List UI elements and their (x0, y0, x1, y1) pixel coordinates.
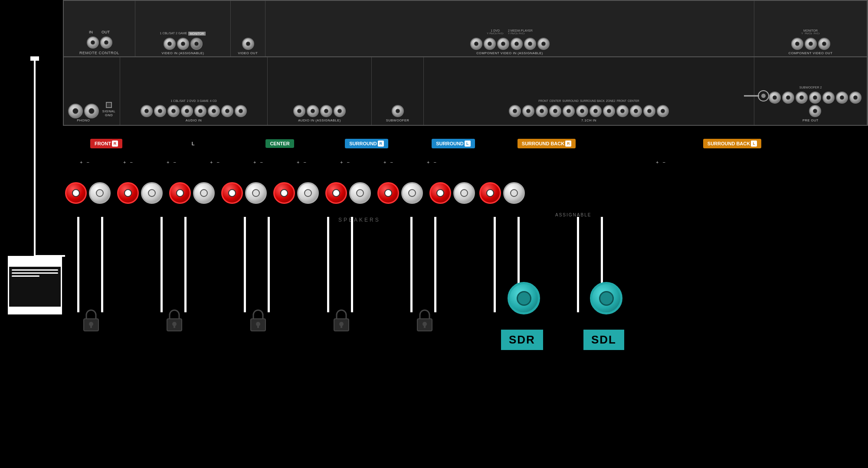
rca-connector (563, 105, 575, 117)
signal-gnd-terminal (106, 102, 112, 108)
rca-connector (769, 92, 781, 104)
binding-post-white[interactable] (453, 182, 475, 204)
rca-connector (849, 92, 861, 104)
svg-rect-8 (174, 324, 175, 328)
audio-in-section: 1 CBL/SAT 2 DVD 3 GAME 4 CD AUDIO IN (120, 57, 268, 125)
lock-center (247, 308, 269, 336)
binding-post-red[interactable] (479, 182, 501, 204)
sdr-speaker-icon (508, 282, 540, 314)
comp-video-out-section: MONITOR Y Pb/Cb Pr/Cr COMPONENT VIDEO OU… (754, 1, 867, 58)
binding-post-white[interactable] (89, 182, 111, 204)
comp-video-out-rcas (791, 38, 830, 50)
rca-connector (100, 36, 112, 49)
rca-connector (809, 105, 821, 117)
video-in-rcas (164, 38, 203, 50)
signal-gnd-label: SIGNALGND (102, 109, 116, 117)
mid-connector-panel: PHONO SIGNALGND 1 CBL/SAT 2 DVD 3 GAME 4… (63, 56, 868, 126)
rca-connector (643, 105, 655, 117)
comp-video-in-rcas (470, 38, 550, 50)
binding-post-white[interactable] (349, 182, 371, 204)
surround-l-label: SURROUND L (432, 139, 475, 148)
lock-sur-r (331, 308, 352, 336)
rca-connector (307, 105, 319, 117)
rca-connector (796, 92, 808, 104)
wire-sur-l-pos (410, 217, 413, 312)
sdl-speaker-icon (590, 282, 622, 314)
pre-out-section: SUBWOOFER 2 (754, 57, 867, 125)
audio-in-label: AUDIO IN (186, 118, 202, 122)
sdl-label: SDL (583, 330, 624, 350)
svg-rect-17 (424, 324, 426, 328)
pre-out-label: PRE OUT (802, 118, 819, 122)
lock-front-l (164, 308, 185, 336)
speakers-label: SPEAKERS (338, 217, 380, 223)
binding-post-red[interactable] (429, 182, 451, 204)
binding-post-white[interactable] (297, 182, 319, 204)
binding-post-white[interactable] (193, 182, 215, 204)
wire-front-l-neg (184, 217, 187, 312)
front-l-posts (117, 182, 163, 204)
surround-r-posts (221, 182, 267, 204)
binding-post-red[interactable] (377, 182, 399, 204)
center-label: CENTER (265, 139, 294, 148)
rca-connector (497, 38, 509, 50)
rca-connector (470, 38, 482, 50)
rca-connector (334, 105, 346, 117)
wire-front-r-pos (77, 217, 79, 312)
wire-front-r-neg (101, 217, 103, 312)
rca-connector (590, 105, 602, 117)
comp-video-in-label: COMPONENT VIDEO IN (ASSIGNABLE) (476, 51, 543, 55)
binding-post-white[interactable] (141, 182, 163, 204)
binding-posts-row (65, 169, 864, 217)
svg-rect-11 (257, 324, 259, 328)
comp-video-in-section: 1 DVD Y Pb/Cb Pr/Cr 2 MEDIA PLAYER Y Pb/… (265, 1, 754, 58)
rca-connector (657, 105, 669, 117)
7-1-ch-label: 7.1CH IN (581, 118, 596, 122)
binding-post-red[interactable] (117, 182, 139, 204)
wire-front-l-pos (160, 217, 163, 312)
wire-sub-r-pos (494, 217, 496, 312)
svg-rect-14 (341, 324, 342, 328)
video-out-label: VIDEO OUT (238, 51, 258, 55)
video-in-section: 1 CBL/SAT 2 GAME MONITOR VIDEO IN (ASSIG… (135, 1, 231, 58)
audio-in-rcas (141, 105, 247, 117)
assignable-label: ASSIGNABLE (555, 213, 591, 217)
rca-connector (84, 104, 99, 118)
remote-control-rcas (87, 36, 112, 49)
full-diagram: IN OUT REMOTE CONTROL 1 CBL/SAT 2 GAME M… (0, 0, 868, 468)
lock-sur-l (414, 308, 436, 336)
rca-connector (392, 105, 404, 117)
subwoofer-plug (744, 87, 770, 105)
rca-connector (235, 105, 247, 117)
surround-r-label: SURROUND R (345, 139, 388, 148)
binding-post-red[interactable] (325, 182, 347, 204)
rca-connector (221, 105, 233, 117)
av-box-body (9, 267, 61, 279)
binding-post-red[interactable] (221, 182, 243, 204)
front-l-label: L (187, 139, 199, 148)
rca-connector (87, 36, 99, 49)
front-r-posts (65, 182, 111, 204)
remote-control-section: IN OUT REMOTE CONTROL (64, 1, 135, 58)
wire-center-pos (244, 217, 246, 312)
assignable-posts-1 (429, 182, 475, 204)
audio-in-assign-label: AUDIO IN (ASSIGNABLE) (298, 118, 341, 122)
assignable-posts-2 (479, 182, 525, 204)
pre-out-rcas (766, 92, 864, 117)
rca-connector (68, 104, 83, 118)
rca-connector (630, 105, 642, 117)
rca-connector (320, 105, 332, 117)
speaker-labels-row: FRONT R L CENTER SURROUND R SURROUND (63, 128, 868, 159)
rca-connector (822, 92, 835, 104)
binding-post-white[interactable] (245, 182, 267, 204)
binding-post-red[interactable] (169, 182, 191, 204)
binding-post-white[interactable] (503, 182, 525, 204)
binding-post-white[interactable] (401, 182, 423, 204)
lock-front-r (80, 308, 102, 336)
wire-sub-l-pos (577, 217, 579, 312)
rca-connector (242, 38, 254, 50)
rca-connector (805, 38, 817, 50)
rca-connector (537, 38, 550, 50)
binding-post-red[interactable] (273, 182, 295, 204)
7-1-ch-rcas (509, 105, 669, 117)
